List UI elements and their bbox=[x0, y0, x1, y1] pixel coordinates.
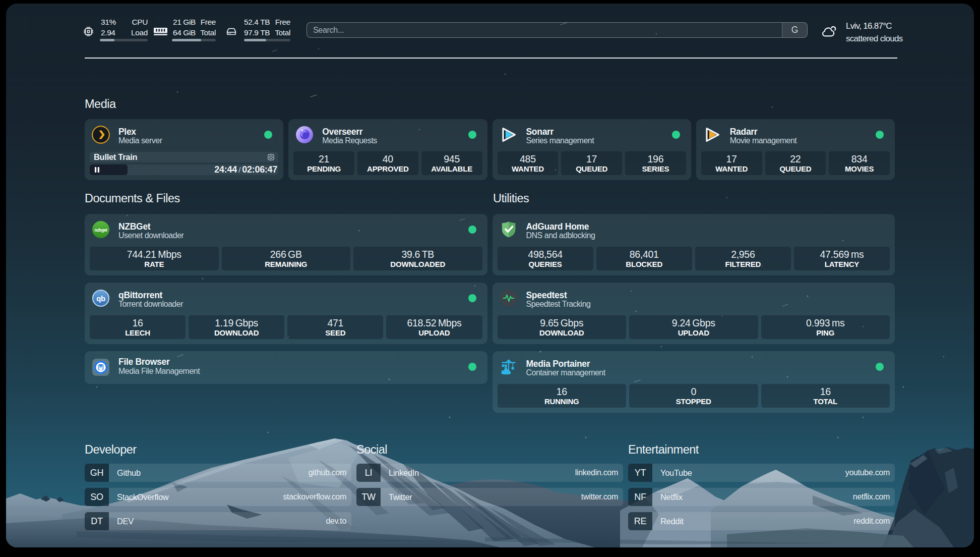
svg-text:nzbget: nzbget bbox=[94, 228, 107, 233]
svg-text:qb: qb bbox=[96, 294, 105, 303]
